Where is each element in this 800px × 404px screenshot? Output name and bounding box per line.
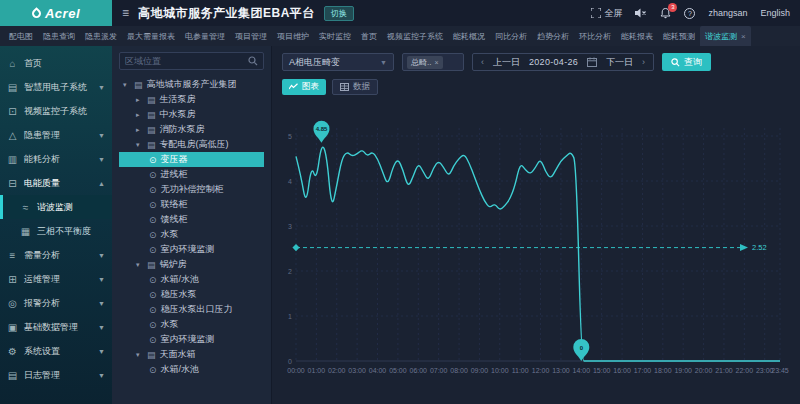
tab-item[interactable]: 环比分析 — [574, 26, 616, 46]
mute-button[interactable] — [635, 8, 647, 18]
language-switcher[interactable]: English — [760, 8, 790, 18]
tree-leaf-node[interactable]: ⊙馈线柜 — [119, 212, 264, 227]
tab-item[interactable]: 项目维护 — [272, 26, 314, 46]
search-icon[interactable] — [248, 56, 258, 66]
next-day-button[interactable]: 下一日 — [606, 56, 633, 69]
tree-leaf-node[interactable]: ⊙水箱/水池 — [119, 272, 264, 287]
tree-expand-icon[interactable]: ▸ — [136, 96, 143, 104]
date-picker-value[interactable]: 2020-04-26 — [529, 57, 578, 67]
harmonic-multiselect[interactable]: 总畸.. × — [402, 53, 464, 71]
svg-text:05:00: 05:00 — [389, 367, 407, 374]
tab-item[interactable]: 能耗报表 — [616, 26, 658, 46]
view-chart-button[interactable]: 图表 — [282, 79, 326, 95]
tab-item[interactable]: 电参量管理 — [180, 26, 230, 46]
view-toggle: 图表 数据 — [282, 79, 800, 95]
tree-group-node[interactable]: ▾▤锅炉房 — [119, 257, 264, 272]
tab-item[interactable]: 同比分析 — [490, 26, 532, 46]
sidebar-item[interactable]: ◎报警分析▼ — [0, 291, 112, 315]
tab-item[interactable]: 实时监控 — [314, 26, 356, 46]
min-marker-pin: 0 — [573, 339, 589, 361]
hazard-icon: △ — [7, 130, 18, 141]
tree-group-node[interactable]: ▸▤消防水泵房 — [119, 122, 264, 137]
sidebar-item[interactable]: ▥能耗分析▼ — [0, 147, 112, 171]
sidebar-subitem[interactable]: ▦三相不平衡度 — [0, 219, 112, 243]
notifications-button[interactable]: 3 — [660, 8, 671, 19]
tree-node-label: 生活泵房 — [160, 93, 196, 106]
tab-item[interactable]: 能耗概况 — [448, 26, 490, 46]
switch-project-button[interactable]: 切换 — [324, 6, 354, 21]
sidebar-item[interactable]: ⊞运维管理▼ — [0, 267, 112, 291]
tree-search-input[interactable] — [125, 56, 244, 66]
tab-item[interactable]: 视频监控子系统 — [382, 26, 448, 46]
sidebar-item[interactable]: ▣基础数据管理▼ — [0, 315, 112, 339]
tab-item[interactable]: 首页 — [356, 26, 382, 46]
tree-collapse-icon[interactable]: ▾ — [136, 351, 143, 359]
tree-leaf-node[interactable]: ⊙稳压水泵出口压力 — [119, 302, 264, 317]
fullscreen-button[interactable]: 全屏 — [591, 7, 622, 20]
home-icon: ⌂ — [7, 58, 18, 69]
sidebar-item-label: 隐患管理 — [24, 129, 60, 142]
tree-leaf-node[interactable]: ⊙联络柜 — [119, 197, 264, 212]
demand-icon: ≡ — [7, 250, 18, 261]
tree-leaf-node[interactable]: ⊙稳压水泵 — [119, 287, 264, 302]
tree-leaf-node[interactable]: ⊙进线柜 — [119, 167, 264, 182]
svg-text:5: 5 — [288, 133, 292, 140]
svg-text:20:00: 20:00 — [695, 367, 713, 374]
sidebar-item[interactable]: ▤日志管理▼ — [0, 363, 112, 387]
tree-leaf-node[interactable]: ⊙水箱/水池 — [119, 362, 264, 377]
view-data-label: 数据 — [353, 81, 370, 93]
chevron-down-icon: ▼ — [98, 276, 105, 283]
tree-expand-icon[interactable]: ▸ — [136, 111, 143, 119]
indicator-select[interactable]: A相电压畸变 ▼ — [282, 53, 394, 71]
tree-leaf-node[interactable]: ⊙室内环境监测 — [119, 332, 264, 347]
tree-collapse-icon[interactable]: ▾ — [136, 141, 143, 149]
query-button[interactable]: 查询 — [662, 53, 711, 71]
tree-collapse-icon[interactable]: ▾ — [123, 81, 130, 89]
tab-item-active[interactable]: 谐波监测× — [700, 26, 751, 46]
tree-search-box — [119, 52, 264, 70]
tab-item[interactable]: 隐患查询 — [38, 26, 80, 46]
tree-collapse-icon[interactable]: ▾ — [136, 261, 143, 269]
next-day-arrow-icon[interactable]: › — [642, 57, 645, 67]
sidebar-item[interactable]: ▤智慧用电子系统▼ — [0, 75, 112, 99]
tree-group-node[interactable]: ▾▤专配电房(高低压) — [119, 137, 264, 152]
tag-close-icon[interactable]: × — [434, 59, 438, 66]
username[interactable]: zhangsan — [708, 8, 747, 18]
query-search-icon — [671, 58, 680, 67]
tab-item[interactable]: 能耗预测 — [658, 26, 700, 46]
tab-item[interactable]: 项目管理 — [230, 26, 272, 46]
tree-leaf-node[interactable]: ⊙变压器 — [119, 152, 264, 167]
tab-close-icon[interactable]: × — [741, 32, 746, 41]
tree-group-node[interactable]: ▸▤中水泵房 — [119, 107, 264, 122]
tree-group-node[interactable]: ▾▤天面水箱 — [119, 347, 264, 362]
tree-leaf-node[interactable]: ⊙水泵 — [119, 227, 264, 242]
sidebar-item[interactable]: ⚙系统设置▼ — [0, 339, 112, 363]
fullscreen-label: 全屏 — [604, 7, 622, 20]
calendar-icon[interactable] — [587, 57, 597, 67]
view-data-button[interactable]: 数据 — [332, 79, 378, 95]
help-icon[interactable]: ? — [684, 8, 695, 19]
tree-leaf-node[interactable]: ⊙水泵 — [119, 317, 264, 332]
tree-leaf-node[interactable]: ⊙无功补偿控制柜 — [119, 182, 264, 197]
sidebar-subitem[interactable]: ≈谐波监测 — [0, 195, 112, 219]
log-icon: ▤ — [7, 370, 18, 381]
tab-item[interactable]: 趋势分析 — [532, 26, 574, 46]
sidebar-item[interactable]: ⊡视频监控子系统 — [0, 99, 112, 123]
tree-expand-icon[interactable]: ▸ — [136, 126, 143, 134]
harmonics-line-chart: 01234500:0001:0002:0003:0004:0005:0006:0… — [282, 99, 800, 404]
tree-node-label: 室内环境监测 — [161, 243, 215, 256]
collapse-menu-icon[interactable]: ≡ — [122, 7, 129, 19]
tab-item[interactable]: 隐患派发 — [80, 26, 122, 46]
sidebar-item[interactable]: ≡需量分析▼ — [0, 243, 112, 267]
prev-day-arrow-icon[interactable]: ‹ — [481, 57, 484, 67]
tab-item[interactable]: 最大需量报表 — [122, 26, 180, 46]
sidebar-item[interactable]: △隐患管理▼ — [0, 123, 112, 147]
sidebar-item[interactable]: ⊟电能质量▲ — [0, 171, 112, 195]
prev-day-button[interactable]: 上一日 — [493, 56, 520, 69]
sidebar-item[interactable]: ⌂首页 — [0, 51, 112, 75]
tree-leaf-node[interactable]: ⊙室内环境监测 — [119, 242, 264, 257]
tab-item[interactable]: 配电图 — [4, 26, 38, 46]
app-window: Acrel ≡ 高地城市服务产业集团EBA平台 切换 全屏 3 ? zhangs… — [0, 0, 800, 404]
tree-group-node[interactable]: ▸▤生活泵房 — [119, 92, 264, 107]
tree-group-node[interactable]: ▾▤高地城市服务产业集团 — [119, 77, 264, 92]
